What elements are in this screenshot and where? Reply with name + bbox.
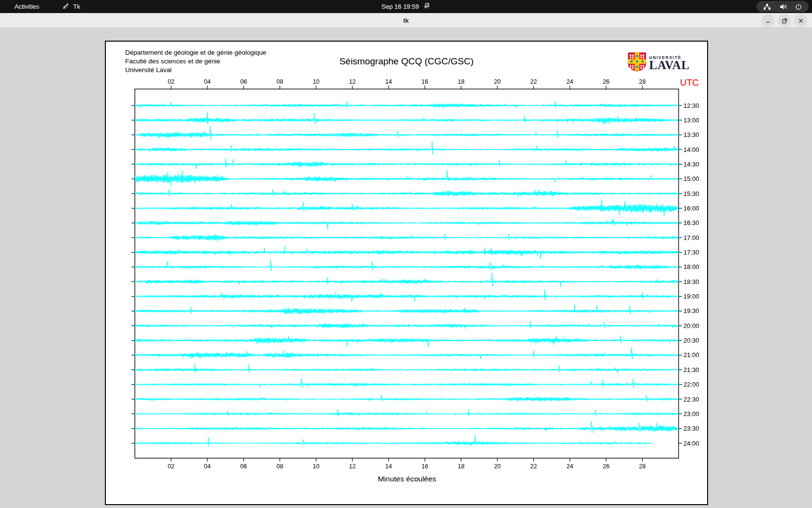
seismogram-trace bbox=[135, 246, 679, 259]
seismogram-trace bbox=[135, 170, 679, 186]
seismogram-trace bbox=[135, 304, 679, 314]
plot-box bbox=[135, 89, 679, 458]
clock-menu[interactable]: Sep 16 19:59 bbox=[381, 2, 430, 11]
x-tick-label-bottom: 22 bbox=[530, 463, 537, 470]
time-label: 21:00 bbox=[683, 351, 699, 359]
x-tick-label-bottom: 12 bbox=[349, 463, 356, 470]
x-tick-label-top: 26 bbox=[603, 78, 609, 85]
window-titlebar[interactable]: tk bbox=[0, 13, 812, 28]
time-label: 19:30 bbox=[683, 307, 699, 314]
time-label: 16:00 bbox=[683, 205, 699, 212]
time-label: 19:00 bbox=[683, 293, 699, 300]
time-label: 14:30 bbox=[683, 161, 699, 168]
seismogram-trace bbox=[135, 260, 679, 271]
restore-icon bbox=[781, 17, 788, 24]
minimize-button[interactable] bbox=[761, 14, 774, 27]
x-tick-label-top: 08 bbox=[276, 78, 283, 85]
x-tick-label-bottom: 28 bbox=[639, 463, 646, 470]
x-tick-label-top: 04 bbox=[204, 78, 211, 85]
x-tick-label-bottom: 08 bbox=[276, 463, 283, 470]
system-status-area[interactable] bbox=[756, 1, 809, 12]
seismogram-trace bbox=[135, 290, 679, 302]
window-body: Département de géologie et de génie géol… bbox=[0, 28, 812, 508]
seismogram-trace bbox=[135, 126, 679, 140]
seismogram-trace bbox=[135, 421, 679, 433]
seismogram-trace bbox=[135, 395, 679, 402]
seismogram-trace bbox=[135, 189, 679, 197]
seismogram-trace bbox=[135, 321, 679, 329]
x-tick-label-top: 28 bbox=[639, 78, 646, 85]
seismograph-canvas: Département de géologie et de génie géol… bbox=[105, 41, 708, 505]
time-label: 16:30 bbox=[683, 219, 699, 226]
seismogram-trace bbox=[135, 378, 679, 388]
time-label: 12:30 bbox=[683, 102, 699, 109]
app-menu-label: Tk bbox=[73, 3, 80, 10]
time-label: 13:00 bbox=[683, 117, 699, 124]
seismogram-trace bbox=[135, 219, 679, 230]
time-label: 17:30 bbox=[683, 249, 699, 256]
seismogram-trace bbox=[135, 364, 679, 373]
x-tick-label-top: 16 bbox=[421, 78, 428, 85]
window-title: tk bbox=[0, 13, 812, 28]
seismogram-trace bbox=[135, 273, 679, 287]
time-label: 22:00 bbox=[683, 381, 699, 388]
time-label: 20:30 bbox=[683, 337, 699, 344]
x-tick-label-top: 24 bbox=[566, 78, 573, 85]
seismogram-trace bbox=[135, 434, 652, 447]
maximize-button[interactable] bbox=[778, 14, 791, 27]
x-tick-label-bottom: 26 bbox=[603, 463, 609, 470]
x-tick-label-top: 20 bbox=[494, 78, 501, 85]
x-tick-label-bottom: 24 bbox=[566, 463, 573, 470]
close-button[interactable] bbox=[794, 14, 807, 27]
time-label: 21:30 bbox=[683, 366, 699, 374]
x-tick-label-bottom: 18 bbox=[458, 463, 464, 470]
seismogram-trace bbox=[135, 409, 679, 417]
time-label: 13:30 bbox=[683, 131, 699, 138]
activities-button[interactable]: Activities bbox=[11, 2, 43, 11]
time-label: 18:00 bbox=[683, 263, 699, 270]
volume-icon bbox=[779, 3, 787, 10]
x-tick-label-bottom: 14 bbox=[385, 463, 392, 470]
clock-text: Sep 16 19:59 bbox=[381, 3, 419, 10]
x-tick-label-bottom: 02 bbox=[168, 463, 174, 470]
x-tick-label-top: 12 bbox=[349, 78, 356, 85]
seismogram-trace bbox=[135, 200, 679, 217]
seismogram-trace bbox=[135, 112, 679, 125]
power-icon bbox=[795, 3, 802, 10]
seismogram-trace bbox=[135, 347, 679, 359]
x-tick-label-bottom: 06 bbox=[240, 463, 247, 470]
x-tick-label-bottom: 04 bbox=[204, 463, 211, 470]
time-label: 15:00 bbox=[683, 175, 699, 182]
time-label: 23:00 bbox=[683, 410, 699, 418]
time-label: 18:30 bbox=[683, 278, 699, 285]
x-tick-label-top: 06 bbox=[240, 78, 247, 85]
x-tick-label-top: 18 bbox=[458, 78, 464, 85]
x-tick-label-bottom: 10 bbox=[313, 463, 319, 470]
app-menu-tk[interactable]: Tk bbox=[62, 2, 80, 11]
close-icon bbox=[798, 17, 804, 24]
x-tick-label-bottom: 16 bbox=[421, 463, 428, 470]
network-icon bbox=[763, 3, 771, 10]
x-tick-label-top: 22 bbox=[530, 78, 537, 85]
time-label: 24:00 bbox=[683, 440, 699, 447]
time-label: 15:30 bbox=[683, 190, 699, 197]
time-label: 20:00 bbox=[683, 322, 699, 329]
x-tick-label-top: 14 bbox=[385, 78, 392, 85]
x-tick-label-top: 02 bbox=[168, 78, 174, 85]
seismograph-plot: 0202040406060808101012121414161618182020… bbox=[106, 42, 708, 505]
x-axis-title: Minutes écoulées bbox=[106, 475, 708, 483]
tk-feather-icon bbox=[62, 2, 70, 11]
x-tick-label-bottom: 20 bbox=[494, 463, 501, 470]
seismogram-trace bbox=[135, 101, 679, 108]
seismogram-trace bbox=[135, 336, 679, 347]
gnome-top-bar: Activities Tk Sep 16 19:59 bbox=[0, 0, 812, 13]
time-label: 17:00 bbox=[683, 234, 699, 241]
seismogram-trace bbox=[135, 141, 679, 154]
seismogram-trace bbox=[135, 234, 679, 241]
time-label: 23:30 bbox=[683, 425, 699, 432]
x-tick-label-top: 10 bbox=[313, 78, 319, 85]
minimize-icon bbox=[765, 17, 771, 24]
time-label: 14:00 bbox=[683, 146, 699, 153]
seismogram-trace bbox=[135, 158, 679, 169]
time-label: 22:30 bbox=[683, 396, 699, 403]
